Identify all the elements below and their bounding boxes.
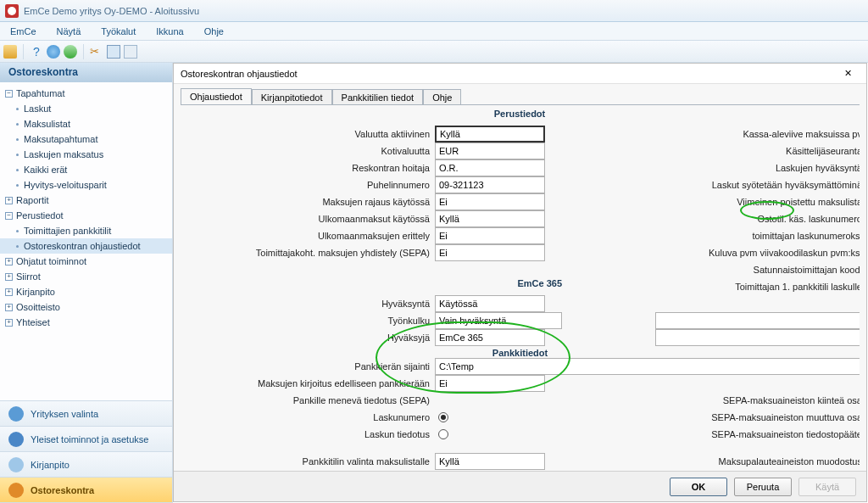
- label-viimeinen: Viimeinen poistettu maksulista: [655, 193, 860, 210]
- label-ulkoerittely: Ulkomaanmaksujen erittely: [181, 227, 435, 244]
- menu-ikkuna[interactable]: Ikkuna: [153, 25, 186, 38]
- nav-kirjanpito[interactable]: Kirjanpito: [0, 452, 172, 478]
- close-icon[interactable]: ✕: [836, 66, 860, 81]
- field-blank2[interactable]: [655, 329, 860, 346]
- cut-icon[interactable]: ✂: [90, 45, 103, 59]
- label-ulkomaksut: Ulkomaanmaksut käytössä: [181, 210, 435, 227]
- titlebar: EmCe Demo yritys Oy-DEMO - Aloitussivu: [0, 0, 868, 22]
- label-hyvaksynta: Hyväksyntä: [181, 295, 435, 312]
- section-pankkitiedot: Pankkitiedot: [181, 348, 860, 358]
- separator: [83, 44, 84, 59]
- menu-emce[interactable]: EmCe: [7, 25, 40, 38]
- open-icon[interactable]: [3, 45, 17, 59]
- label-yhdistely: Toimittajakoht. maksujen yhdistely (SEPA…: [181, 244, 435, 261]
- sidebar-header: Ostoreskontra: [0, 63, 172, 82]
- tree-raportit[interactable]: +Raportit: [0, 193, 172, 208]
- label-kiintea: SEPA-maksuaineiston kiinteä osa: [655, 392, 860, 409]
- label-kasittelija: Käsittelijäseuranta: [655, 143, 860, 159]
- refresh-icon[interactable]: [64, 45, 77, 59]
- cancel-button[interactable]: Peruuta: [734, 478, 792, 496]
- tab-ohje[interactable]: Ohje: [423, 89, 461, 105]
- tab-pankkitilien-tiedot[interactable]: Pankkitilien tiedot: [332, 89, 424, 105]
- sidebar: Ostoreskontra −Tapahtumat Laskut Maksuli…: [0, 63, 173, 503]
- label-meneva: Pankille menevä tiedotus (SEPA): [181, 392, 435, 409]
- tree-tapahtumat[interactable]: −Tapahtumat: [0, 86, 172, 101]
- field-hyvaksyja[interactable]: EmCe 365: [435, 329, 545, 346]
- menu-nayta[interactable]: Näytä: [53, 25, 85, 38]
- field-hoitaja[interactable]: O.R.: [435, 159, 545, 176]
- label-laskun-tiedotus: Laskun tiedotus: [181, 426, 435, 443]
- tree-maksulistat[interactable]: Maksulistat: [0, 116, 172, 131]
- field-ulkomaksut[interactable]: Kyllä: [435, 210, 545, 227]
- tab-ohjaustiedot[interactable]: Ohjaustiedot: [181, 88, 252, 105]
- label-kotivaluutta: Kotivaluutta: [181, 143, 435, 159]
- label-tiedostopaate: SEPA-maksuaineiston tiedostopääte: [655, 426, 860, 443]
- field-valinta[interactable]: Kyllä: [435, 453, 545, 470]
- radio-laskunumero[interactable]: [438, 412, 448, 422]
- tree-perustiedot[interactable]: −Perustiedot: [0, 208, 172, 223]
- nav-buttons: Yrityksen valinta Yleiset toiminnot ja a…: [0, 400, 172, 503]
- dialog-title: Ostoreskontran ohjaustiedot: [181, 69, 298, 79]
- field-ulkoerittely[interactable]: Ei: [435, 227, 545, 244]
- tree-siirrot[interactable]: +Siirrot: [0, 269, 172, 284]
- field-kotivaluutta[interactable]: EUR: [435, 143, 545, 159]
- menu-ohje[interactable]: Ohje: [201, 25, 227, 38]
- field-tyonkulku[interactable]: Vain hyväksyntä: [435, 312, 562, 329]
- field-valuutta-aktiivinen[interactable]: Kyllä: [435, 126, 545, 143]
- nav-ostoreskontra[interactable]: Ostoreskontra: [0, 478, 172, 503]
- field-sijainti[interactable]: C:\Temp: [435, 358, 860, 375]
- nav-yleiset[interactable]: Yleiset toiminnot ja asetukse: [0, 427, 172, 452]
- copy-icon[interactable]: [107, 45, 120, 59]
- label-muuttuva: SEPA-maksuaineiston muuttuva osa: [655, 409, 860, 426]
- label-ostotil: Ostotil. käs. laskunumero: [655, 210, 860, 227]
- tree-kirjanpito[interactable]: +Kirjanpito: [0, 284, 172, 299]
- label-hyvaksymattomina: Laskut syötetään hyväksymättöminä: [655, 176, 860, 193]
- menubar: EmCe Näytä Työkalut Ikkuna Ohje: [0, 22, 868, 41]
- field-puhelin[interactable]: 09-321123: [435, 176, 545, 193]
- nav-tree: −Tapahtumat Laskut Maksulistat Maksutapa…: [0, 82, 172, 400]
- help-icon[interactable]: ?: [30, 45, 43, 59]
- separator: [23, 44, 24, 59]
- label-valuutta-aktiivinen: Valuutta aktiivinen: [181, 126, 435, 143]
- tree-osoitteisto[interactable]: +Osoitteisto: [0, 299, 172, 315]
- dialog-tabs: Ohjaustiedot Kirjanpitotiedot Pankkitili…: [174, 84, 866, 104]
- field-edelliseen[interactable]: Ei: [435, 375, 545, 392]
- window-title: EmCe Demo yritys Oy-DEMO - Aloitussivu: [24, 6, 199, 16]
- tree-hyvitys[interactable]: Hyvitys-veloitusparit: [0, 177, 172, 193]
- tree-kaikki-erat[interactable]: Kaikki erät: [0, 162, 172, 177]
- label-laskunumero: Laskunumero: [181, 409, 435, 426]
- radio-laskun-tiedotus[interactable]: [438, 429, 448, 439]
- label-laskujen-hyvaksynta: Laskujen hyväksyntä: [655, 159, 860, 176]
- field-rajaus[interactable]: Ei: [435, 193, 545, 210]
- tree-yhteiset[interactable]: +Yhteiset: [0, 315, 172, 330]
- tree-laskujen-maksatus[interactable]: Laskujen maksatus: [0, 147, 172, 162]
- label-kassa: Kassa-aleviive maksuissa pv: [655, 126, 860, 143]
- label-tyonkulku: Työnkulku: [181, 312, 435, 329]
- dialog-footer: OK Peruuta Käytä: [174, 471, 866, 501]
- globe-icon[interactable]: [47, 45, 60, 59]
- field-hyvaksynta[interactable]: Käytössä: [435, 295, 545, 312]
- menu-tyokalut[interactable]: Työkalut: [97, 25, 139, 38]
- label-kuluva: Kuluva pvm viivakoodilaskun pvm:ksi: [655, 244, 860, 261]
- label-rajaus: Maksujen rajaus käytössä: [181, 193, 435, 210]
- field-yhdistely[interactable]: Ei: [435, 244, 545, 261]
- tree-laskut[interactable]: Laskut: [0, 101, 172, 116]
- tab-kirjanpitotiedot[interactable]: Kirjanpitotiedot: [252, 89, 332, 105]
- label-satunnais: Satunnaistoimittajan koodi: [655, 261, 860, 278]
- tree-ohjatut[interactable]: +Ohjatut toiminnot: [0, 254, 172, 269]
- label-edelliseen: Maksujen kirjoitus edelliseen pankkierää…: [181, 375, 435, 392]
- apply-button: Käytä: [798, 478, 856, 496]
- tree-maksutapahtumat[interactable]: Maksutapahtumat: [0, 131, 172, 147]
- dialog-ostoreskontran-ohjaustiedot: Ostoreskontran ohjaustiedot ✕ Ohjaustied…: [173, 63, 867, 502]
- section-perustiedot: Perustiedot: [435, 109, 604, 126]
- label-puhelin: Puhelinnumero: [181, 176, 435, 193]
- label-hoitaja: Reskontran hoitaja: [181, 159, 435, 176]
- tree-toimittajien-pankkitilit[interactable]: Toimittajien pankkitilit: [0, 223, 172, 238]
- nav-yrityksen-valinta[interactable]: Yrityksen valinta: [0, 401, 172, 427]
- tree-ostoreskontran-ohjaustiedot[interactable]: Ostoreskontran ohjaustiedot: [0, 238, 172, 254]
- toolbar: ? ✂: [0, 41, 868, 63]
- field-blank1[interactable]: [655, 312, 860, 329]
- paste-icon[interactable]: [124, 45, 137, 59]
- ok-button[interactable]: OK: [670, 478, 727, 496]
- label-laskunumeroksi: toimittajan laskunumeroksi: [655, 227, 860, 244]
